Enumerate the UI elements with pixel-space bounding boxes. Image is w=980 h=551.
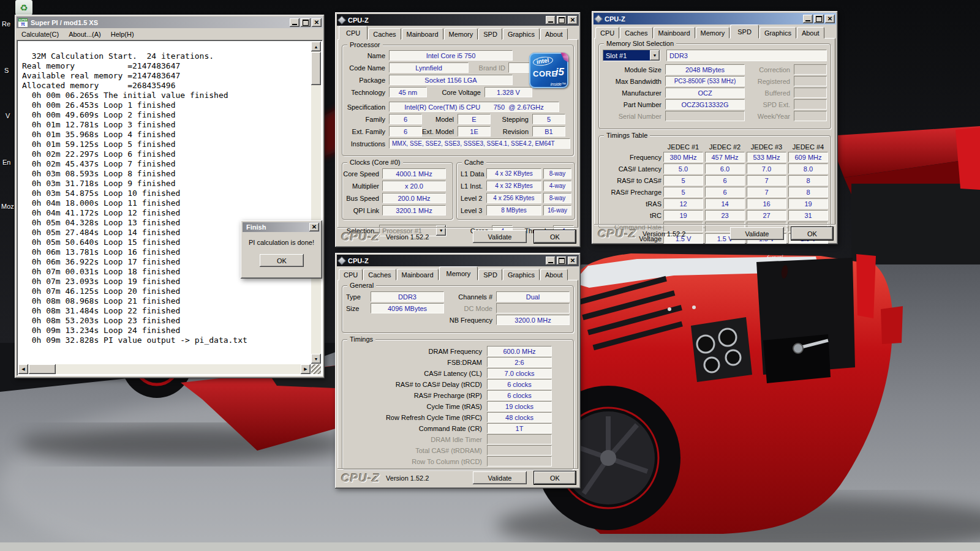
- ras-to-cas-row-label: RAS# to CAS#: [603, 177, 662, 184]
- scroll-left-button[interactable]: ◀: [18, 364, 28, 374]
- tab-graphics[interactable]: Graphics: [760, 27, 796, 39]
- version-text: Version 1.52.2: [386, 233, 429, 241]
- tab-cpu[interactable]: CPU: [339, 269, 363, 280]
- tab-caches[interactable]: Caches: [363, 269, 396, 280]
- level2-assoc-field: 8-way: [543, 193, 571, 203]
- specification-label: Specification: [342, 103, 385, 111]
- vertical-scrollbar[interactable]: ▲ ▼: [311, 42, 321, 364]
- tab-about[interactable]: About: [540, 28, 568, 40]
- maximize-button[interactable]: [301, 18, 311, 27]
- multiplier-field: x 20.0: [382, 181, 446, 191]
- maximize-button[interactable]: [814, 15, 824, 23]
- horizontal-scrollbar[interactable]: ◀ ▶: [18, 364, 311, 374]
- minimize-button[interactable]: [290, 18, 300, 27]
- name-label: Name: [342, 52, 385, 59]
- model-label: Model: [426, 116, 454, 123]
- menu-about[interactable]: About...(A): [64, 29, 106, 39]
- tab-mainboard[interactable]: Mainboard: [654, 27, 695, 39]
- cache-group: Cache L1 Data4 x 32 KBytes8-way L1 Inst.…: [456, 162, 575, 220]
- close-button[interactable]: ✕: [568, 16, 578, 24]
- cas-jedec3: 7.0: [747, 163, 786, 174]
- level3-label: Level 3: [461, 207, 485, 214]
- minimize-button[interactable]: [803, 15, 813, 23]
- tab-mainboard[interactable]: Mainboard: [402, 28, 443, 40]
- cpuz-spd-titlebar[interactable]: CPU-Z ✕: [594, 13, 836, 24]
- tab-graphics[interactable]: Graphics: [503, 269, 540, 280]
- desktop-icon-label-3[interactable]: V: [6, 112, 10, 119]
- maximize-button[interactable]: [557, 16, 567, 24]
- tab-cpu[interactable]: CPU: [339, 26, 368, 40]
- validate-button[interactable]: Validate: [473, 230, 527, 243]
- cpuz-memory-window: CPU-Z ✕ CPU Caches Mainboard Memory SPD …: [335, 253, 581, 489]
- scroll-up-button[interactable]: ▲: [311, 42, 321, 51]
- logo-i5-text: i5: [556, 66, 564, 78]
- superpi-titlebar[interactable]: SUPERπ Super PI / mod1.5 XS ✕: [17, 17, 323, 28]
- minimize-button[interactable]: [546, 257, 556, 265]
- tras-field: 19 clocks: [487, 401, 552, 411]
- stepping-field: 5: [532, 114, 565, 124]
- tab-about[interactable]: About: [797, 27, 824, 39]
- tab-caches[interactable]: Caches: [620, 27, 652, 39]
- tab-caches[interactable]: Caches: [368, 28, 401, 40]
- dram-frequency-field: 600.0 MHz: [487, 346, 552, 356]
- tab-memory[interactable]: Memory: [444, 28, 478, 40]
- close-button[interactable]: ✕: [825, 15, 835, 23]
- minimize-button[interactable]: [546, 16, 556, 24]
- tab-about[interactable]: About: [540, 269, 568, 280]
- resize-grip[interactable]: [311, 364, 321, 374]
- desktop-icon-label-2[interactable]: S: [4, 67, 9, 74]
- horizontal-scroll-thumb[interactable]: [29, 364, 56, 374]
- cpuz-cpu-titlebar[interactable]: CPU-Z ✕: [337, 14, 579, 26]
- tab-spd[interactable]: SPD: [730, 24, 759, 39]
- model-field: E: [458, 114, 491, 124]
- scroll-down-button[interactable]: ▼: [311, 354, 321, 364]
- manufacturer-label: Manufacturer: [603, 89, 662, 97]
- spd-ext-label: SPD Ext.: [745, 101, 790, 108]
- desktop-icon-label-5[interactable]: Moz: [1, 203, 14, 210]
- tab-spd[interactable]: SPD: [478, 269, 502, 280]
- core-speed-label: Core Speed: [342, 170, 379, 178]
- chevron-down-icon[interactable]: ▼: [650, 50, 660, 61]
- menu-calculate[interactable]: Calculate(C): [17, 29, 64, 39]
- correction-label: Correction: [745, 66, 790, 73]
- finish-close-button[interactable]: ✕: [309, 223, 319, 231]
- cpuz-memory-title: CPU-Z: [348, 257, 545, 264]
- serial-number-label: Serial Number: [603, 113, 662, 120]
- dram-idle-label: DRAM Idle Timer: [346, 436, 482, 443]
- desktop-icon-label-4[interactable]: En: [2, 159, 10, 166]
- processor-group-caption: Processor: [347, 41, 383, 48]
- technology-label: Technology: [342, 89, 385, 96]
- specification-field: Intel(R) Core(TM) i5 CPU 750 @ 2.67GHz: [389, 102, 559, 112]
- finish-ok-button[interactable]: OK: [260, 254, 304, 267]
- menu-help[interactable]: Help(H): [106, 29, 139, 39]
- trp-field: 6 clocks: [487, 390, 552, 400]
- tab-memory[interactable]: Memory: [439, 266, 478, 280]
- desktop-icon-label-1[interactable]: Re: [2, 20, 10, 28]
- tab-mainboard[interactable]: Mainboard: [397, 269, 439, 280]
- ok-button[interactable]: OK: [534, 230, 576, 243]
- validate-button[interactable]: Validate: [730, 227, 784, 240]
- package-label: Package: [342, 77, 385, 84]
- l1-inst-label: L1 Inst.: [461, 182, 485, 190]
- validate-button[interactable]: Validate: [473, 471, 527, 484]
- intel-core-i5-logo: intel CORE i5 inside™: [529, 53, 568, 88]
- ok-button[interactable]: OK: [791, 227, 833, 240]
- vertical-scroll-thumb[interactable]: [311, 52, 321, 85]
- qpi-link-label: QPI Link: [342, 207, 379, 214]
- trfc-label: Row Refresh Cycle Time (tRFC): [346, 414, 482, 421]
- tab-graphics[interactable]: Graphics: [503, 28, 540, 40]
- maximize-button[interactable]: [557, 257, 567, 265]
- tab-spd[interactable]: SPD: [478, 28, 502, 40]
- tab-cpu[interactable]: CPU: [595, 27, 619, 39]
- tab-memory[interactable]: Memory: [696, 27, 730, 39]
- scroll-right-button[interactable]: ▶: [301, 364, 311, 374]
- trcd-jedec1: 5: [663, 175, 703, 186]
- cpuz-logo: CPU-Z: [598, 227, 636, 241]
- slot-selector[interactable]: Slot #1 ▼: [603, 50, 660, 61]
- recycle-bin-icon[interactable]: ♻: [15, 0, 32, 16]
- close-button[interactable]: ✕: [568, 257, 578, 265]
- close-button[interactable]: ✕: [312, 18, 322, 27]
- cpuz-memory-titlebar[interactable]: CPU-Z ✕: [337, 255, 579, 266]
- ok-button[interactable]: OK: [534, 471, 576, 484]
- finish-titlebar[interactable]: Finish ✕: [243, 222, 320, 232]
